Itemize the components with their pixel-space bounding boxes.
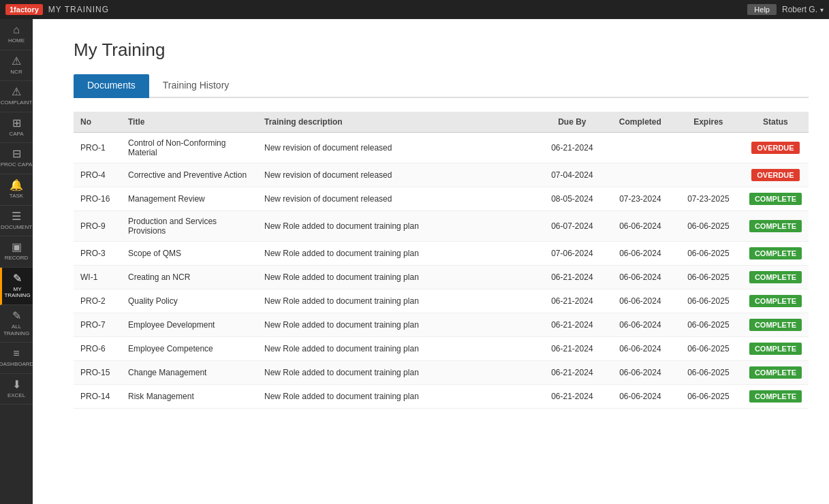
cell-no: PRO-15	[74, 361, 121, 385]
cell-desc: New Role added to document training plan	[257, 313, 538, 337]
cell-due: 07-04-2024	[538, 163, 606, 187]
sidebar-item-home[interactable]: ⌂ HOME	[0, 19, 33, 50]
table-row[interactable]: PRO-6Employee CompetenceNew Role added t…	[74, 337, 809, 361]
sidebar-item-record[interactable]: ▣ RECORD	[0, 236, 33, 268]
cell-no: PRO-1	[74, 133, 121, 163]
tab-documents[interactable]: Documents	[74, 74, 149, 98]
table-row[interactable]: PRO-1Control of Non-Conforming MaterialN…	[74, 133, 809, 163]
cell-desc: New Role added to document training plan	[257, 289, 538, 313]
table-row[interactable]: PRO-7Employee DevelopmentNew Role added …	[74, 313, 809, 337]
sidebar-item-excel[interactable]: ⬇ EXCEL	[0, 374, 33, 405]
cell-status: COMPLETE	[742, 313, 809, 337]
cell-completed: 06-06-2024	[606, 242, 674, 266]
cell-title: Risk Management	[121, 385, 257, 409]
table-row[interactable]: PRO-14Risk ManagementNew Role added to d…	[74, 385, 809, 409]
top-bar: 1factory MY TRAINING Help Robert G. ▾	[0, 0, 829, 19]
col-header-no: No	[74, 112, 121, 133]
cell-status: OVERDUE	[742, 163, 809, 187]
cell-status: COMPLETE	[742, 385, 809, 409]
table-row[interactable]: PRO-9Production and Services ProvisionsN…	[74, 211, 809, 242]
cell-status: COMPLETE	[742, 266, 809, 289]
cell-status: OVERDUE	[742, 133, 809, 163]
cell-due: 06-07-2024	[538, 211, 606, 242]
col-header-title: Title	[121, 112, 257, 133]
cell-due: 06-21-2024	[538, 385, 606, 409]
status-badge: COMPLETE	[749, 343, 802, 355]
status-badge: COMPLETE	[749, 390, 802, 403]
cell-no: PRO-14	[74, 385, 121, 409]
status-badge: COMPLETE	[749, 247, 802, 259]
cell-status: COMPLETE	[742, 187, 809, 211]
col-header-status: Status	[742, 112, 809, 133]
user-name: Robert G.	[782, 5, 817, 14]
sidebar-label-all-training: ALL TRAINING	[0, 324, 33, 336]
cell-expires: 07-23-2025	[674, 187, 742, 211]
cell-status: COMPLETE	[742, 337, 809, 361]
col-header-expires: Expires	[674, 112, 742, 133]
sidebar-item-capa[interactable]: ⊞ CAPA	[0, 112, 33, 144]
table-row[interactable]: PRO-2Quality PolicyNew Role added to doc…	[74, 289, 809, 313]
training-table: NoTitleTraining descriptionDue ByComplet…	[74, 112, 809, 409]
sidebar-label-dashboard: DASHBOARD	[0, 361, 33, 368]
cell-expires: 06-06-2025	[674, 337, 742, 361]
sidebar-item-ncr[interactable]: ⚠ NCR	[0, 50, 33, 82]
cell-title: Management Review	[121, 187, 257, 211]
home-icon: ⌂	[13, 25, 20, 35]
cell-title: Production and Services Provisions	[121, 211, 257, 242]
cell-completed: 06-06-2024	[606, 289, 674, 313]
sidebar-item-dashboard[interactable]: ≡ DASHBOARD	[0, 343, 33, 374]
cell-desc: New revision of document released	[257, 187, 538, 211]
cell-title: Scope of QMS	[121, 242, 257, 266]
cell-completed: 07-23-2024	[606, 187, 674, 211]
col-header-due-by: Due By	[538, 112, 606, 133]
cell-due: 06-21-2024	[538, 337, 606, 361]
cell-no: WI-1	[74, 266, 121, 289]
cell-desc: New Role added to document training plan	[257, 361, 538, 385]
sidebar-item-document[interactable]: ☰ DOCUMENT	[0, 206, 33, 237]
sidebar-label-ncr: NCR	[10, 69, 22, 76]
cell-expires: 06-06-2025	[674, 266, 742, 289]
page-title: My Training	[74, 40, 809, 61]
dashboard-icon: ≡	[13, 348, 19, 359]
cell-no: PRO-2	[74, 289, 121, 313]
user-menu[interactable]: Robert G. ▾	[782, 5, 824, 14]
cell-completed: 06-06-2024	[606, 266, 674, 289]
table-row[interactable]: WI-1Creating an NCRNew Role added to doc…	[74, 266, 809, 289]
cell-title: Creating an NCR	[121, 266, 257, 289]
sidebar-label-document: DOCUMENT	[1, 224, 32, 231]
cell-title: Control of Non-Conforming Material	[121, 133, 257, 163]
table-row[interactable]: PRO-4Corrective and Preventive ActionNew…	[74, 163, 809, 187]
cell-expires: 06-06-2025	[674, 313, 742, 337]
sidebar-item-proc-capa[interactable]: ⊟ PROC CAPA	[0, 143, 33, 174]
excel-icon: ⬇	[12, 379, 21, 390]
sidebar: ⌂ HOME ⚠ NCR ⚠ COMPLAINT ⊞ CAPA ⊟ PROC C…	[0, 19, 33, 504]
table-row[interactable]: PRO-15Change ManagementNew Role added to…	[74, 361, 809, 385]
my-training-icon: ✎	[13, 273, 22, 284]
table-row[interactable]: PRO-16Management ReviewNew revision of d…	[74, 187, 809, 211]
sidebar-label-capa: CAPA	[9, 131, 23, 138]
status-badge: OVERDUE	[751, 169, 799, 181]
cell-completed: 06-06-2024	[606, 385, 674, 409]
sidebar-item-all-training[interactable]: ✎ ALL TRAINING	[0, 305, 33, 343]
cell-no: PRO-3	[74, 242, 121, 266]
sidebar-item-complaint[interactable]: ⚠ COMPLAINT	[0, 81, 33, 112]
table-row[interactable]: PRO-3Scope of QMSNew Role added to docum…	[74, 242, 809, 266]
sidebar-label-complaint: COMPLAINT	[1, 99, 33, 106]
sidebar-item-task[interactable]: 🔔 TASK	[0, 174, 33, 206]
sidebar-item-my-training[interactable]: ✎ MY TRAINING	[0, 268, 33, 305]
cell-desc: New Role added to document training plan	[257, 242, 538, 266]
cell-due: 06-21-2024	[538, 289, 606, 313]
cell-desc: New Role added to document training plan	[257, 385, 538, 409]
main-content: My Training DocumentsTraining History No…	[33, 19, 829, 504]
app-brand: 1factory	[5, 4, 43, 15]
cell-completed	[606, 133, 674, 163]
cell-completed: 06-06-2024	[606, 361, 674, 385]
cell-expires: 06-06-2025	[674, 211, 742, 242]
cell-desc: New Role added to document training plan	[257, 266, 538, 289]
tab-training-history[interactable]: Training History	[149, 74, 243, 98]
cell-expires: 06-06-2025	[674, 361, 742, 385]
ncr-icon: ⚠	[12, 56, 21, 67]
sidebar-label-home: HOME	[8, 37, 25, 44]
cell-due: 06-21-2024	[538, 313, 606, 337]
help-button[interactable]: Help	[747, 4, 777, 15]
